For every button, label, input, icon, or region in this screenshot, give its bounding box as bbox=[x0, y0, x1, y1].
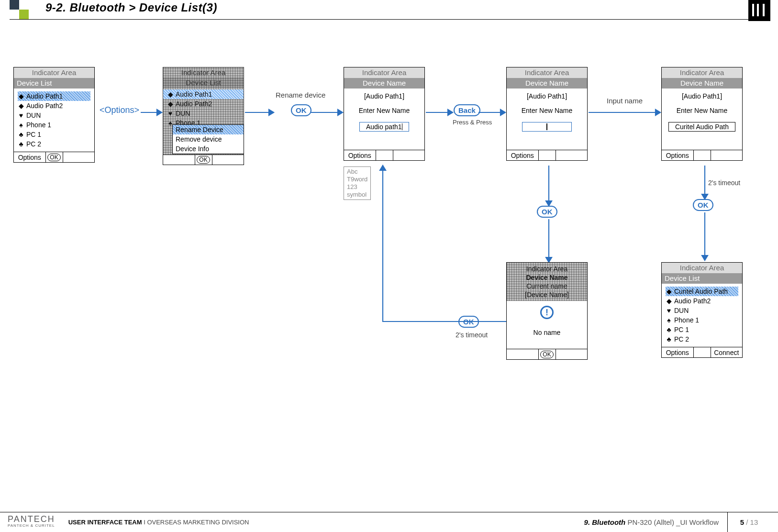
popup-item-remove[interactable]: Remove device bbox=[173, 134, 244, 144]
softkey-right[interactable] bbox=[63, 152, 95, 162]
ime-mode: symbol bbox=[347, 191, 367, 199]
diamond-icon: ◆ bbox=[18, 101, 24, 111]
popup-item-info[interactable]: Device Info bbox=[173, 144, 244, 154]
name-input[interactable]: Curitel Audio Path bbox=[668, 122, 735, 132]
brand-logo-icon bbox=[748, 0, 770, 21]
transition-label-options: <Options> bbox=[100, 105, 139, 115]
list-item[interactable]: ♠Phone 1 bbox=[18, 120, 90, 130]
softkey-left[interactable]: Options bbox=[662, 347, 694, 357]
list-item-label: DUN bbox=[26, 111, 41, 120]
club-icon: ♣ bbox=[666, 334, 672, 344]
alert-message: No name bbox=[511, 328, 583, 337]
screen-no-name-alert: Indicator Area Device Name Current name … bbox=[506, 262, 588, 360]
back-badge: Back bbox=[454, 104, 480, 116]
indicator-area: Indicator Area bbox=[344, 67, 424, 78]
indicator-area: Indicator Area bbox=[14, 67, 94, 78]
screen-device-list-1: Indicator Area Device List ◆Audio Path1 … bbox=[13, 67, 95, 163]
page-title: 9-2. Bluetooth > Device List(3) bbox=[45, 1, 217, 14]
spade-icon: ♠ bbox=[666, 315, 672, 325]
club-icon: ♣ bbox=[18, 130, 24, 139]
enter-new-name-label: Enter New Name bbox=[666, 106, 738, 115]
ime-mode: T9word bbox=[347, 176, 367, 183]
indicator-area: Indicator Area bbox=[163, 67, 244, 78]
spade-icon: ♠ bbox=[18, 120, 24, 130]
page-number: 5 / 13 bbox=[727, 512, 770, 532]
transition-label-rename: Rename device bbox=[276, 91, 325, 99]
softkey-left[interactable]: Options bbox=[344, 150, 376, 160]
softkey-right[interactable] bbox=[393, 150, 425, 160]
ok-pill-icon: OK bbox=[540, 351, 553, 358]
arrow-down-icon bbox=[545, 166, 552, 206]
ok-badge: OK bbox=[291, 104, 311, 116]
name-input[interactable] bbox=[522, 122, 572, 132]
arrow-return-icon bbox=[383, 166, 507, 322]
list-item[interactable]: ◆Audio Path2 bbox=[666, 296, 738, 306]
svg-rect-0 bbox=[752, 4, 754, 16]
team-label: USER INTERFACE TEAM I OVERSEAS MARKETING… bbox=[68, 519, 249, 526]
arrow-down-icon bbox=[545, 219, 552, 262]
screen-device-name-cleared: Indicator Area Device Name [Audio Path1]… bbox=[506, 67, 588, 161]
options-popup: Rename Device Remove device Device Info bbox=[172, 124, 244, 154]
screen-title: Device List bbox=[14, 78, 94, 89]
list-item-label: Curitel Audio Path bbox=[674, 287, 728, 296]
screen-device-name-edit: Indicator Area Device Name [Audio Path1]… bbox=[344, 67, 425, 161]
list-item[interactable]: ◆Audio Path2 bbox=[18, 101, 90, 111]
screen-title: Device Name bbox=[662, 78, 742, 89]
screen-title: Device Name bbox=[507, 78, 587, 89]
screen-device-name-typed: Indicator Area Device Name [Audio Path1]… bbox=[661, 67, 743, 161]
arrow-right-icon bbox=[141, 109, 162, 116]
timeout-label: 2's timeout bbox=[456, 331, 488, 339]
list-item-label: Audio Path2 bbox=[674, 296, 711, 306]
list-item[interactable]: ♣PC 2 bbox=[666, 334, 738, 344]
header: 9-2. Bluetooth > Device List(3) bbox=[0, 0, 778, 20]
alert-dimmed-header: Indicator Area Device Name Current name … bbox=[507, 263, 587, 301]
heart-icon: ♥ bbox=[18, 111, 24, 120]
timeout-label: 2's timeout bbox=[708, 179, 740, 187]
softkey-left[interactable]: Options bbox=[662, 150, 694, 160]
list-item: ◆Audio Path2 bbox=[163, 99, 244, 109]
softkey-center[interactable]: OK bbox=[46, 152, 63, 162]
indicator-area: Indicator Area bbox=[507, 67, 587, 78]
list-item[interactable]: ◆Audio Path1 bbox=[18, 91, 90, 101]
softkey-right[interactable] bbox=[556, 150, 588, 160]
list-item[interactable]: ♣PC 2 bbox=[18, 139, 90, 149]
current-name-bracket: [Audio Path1] bbox=[666, 91, 738, 101]
diamond-icon: ◆ bbox=[666, 296, 672, 306]
arrow-right-icon bbox=[478, 109, 505, 116]
name-input[interactable]: Audio path1 bbox=[359, 122, 409, 132]
footer: PANTECH PANTECH & CURITEL USER INTERFACE… bbox=[0, 512, 778, 532]
ok-badge: OK bbox=[537, 206, 557, 218]
list-item[interactable]: ♠Phone 1 bbox=[666, 315, 738, 325]
softkey-right[interactable]: Connect bbox=[711, 347, 743, 357]
ok-pill-icon[interactable]: OK bbox=[197, 156, 210, 164]
ok-pill-icon: OK bbox=[47, 154, 60, 161]
diamond-icon: ◆ bbox=[18, 91, 24, 101]
arrow-right-icon bbox=[245, 109, 274, 116]
enter-new-name-label: Enter New Name bbox=[511, 106, 583, 115]
list-item-label: PC 1 bbox=[674, 325, 689, 334]
arrow-down-icon bbox=[701, 166, 708, 199]
arrow-right-icon bbox=[426, 109, 453, 116]
softkey-center[interactable]: OK bbox=[539, 349, 556, 359]
heart-icon: ♥ bbox=[666, 306, 672, 315]
list-item[interactable]: ♥DUN bbox=[666, 306, 738, 315]
popup-item-rename[interactable]: Rename Device bbox=[173, 125, 244, 134]
list-item[interactable]: ♣PC 1 bbox=[666, 325, 738, 334]
ime-mode: 123 bbox=[347, 183, 367, 191]
enter-new-name-label: Enter New Name bbox=[348, 106, 421, 115]
screen-title: Device Name bbox=[344, 78, 424, 89]
header-accent-green bbox=[19, 10, 29, 19]
softkey-right[interactable] bbox=[711, 150, 743, 160]
arrow-right-icon bbox=[589, 109, 660, 116]
list-item[interactable]: ♣PC 1 bbox=[18, 130, 90, 139]
screen-title: Device List bbox=[163, 78, 244, 88]
list-item: ◆Audio Path1 bbox=[163, 89, 244, 99]
arrow-right-icon bbox=[311, 109, 343, 116]
svg-rect-1 bbox=[757, 4, 759, 16]
list-item[interactable]: ◆Curitel Audio Path bbox=[666, 287, 738, 296]
softkey-left[interactable]: Options bbox=[507, 150, 539, 160]
softkey-left[interactable]: Options bbox=[14, 152, 46, 162]
list-item-label: Audio Path1 bbox=[26, 91, 63, 101]
list-item-label: Phone 1 bbox=[674, 315, 699, 325]
list-item[interactable]: ♥DUN bbox=[18, 111, 90, 120]
